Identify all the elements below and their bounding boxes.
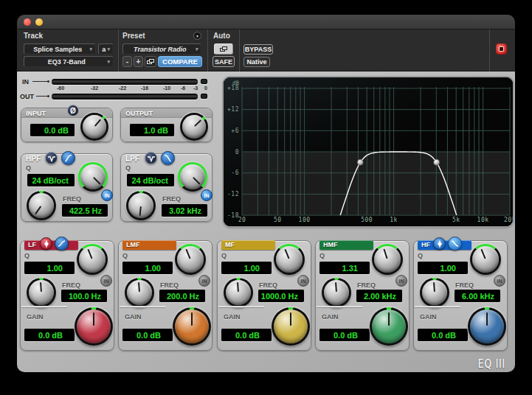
bypass-button[interactable]: BYPASS	[243, 44, 273, 55]
lpf-q-display[interactable]: 24 dB/oct	[127, 174, 174, 186]
mf-q-display[interactable]: 1.00	[221, 262, 272, 274]
hmf-gain-knob[interactable]	[370, 307, 408, 346]
hpf-freq-display[interactable]: 422.5 Hz	[62, 204, 108, 217]
lf-freq-knob[interactable]	[27, 278, 56, 307]
eq-curve-node[interactable]	[434, 159, 440, 165]
lf-gain-display[interactable]: 0.0 dB	[24, 329, 75, 341]
notch-filter-button[interactable]	[145, 152, 157, 164]
gain-divider	[415, 306, 460, 307]
lf-freq-display[interactable]: 100.0 Hz	[61, 290, 107, 302]
gain-divider	[218, 306, 264, 307]
svg-text:100: 100	[299, 217, 311, 223]
svg-text:5k: 5k	[452, 217, 460, 223]
hmf-gain-display[interactable]: 0.0 dB	[319, 329, 370, 341]
lpf-freq-knob[interactable]	[126, 191, 156, 220]
hf-freq-knob[interactable]	[420, 278, 449, 307]
lf-q-knob[interactable]	[77, 244, 108, 275]
hpf-in-button[interactable]: IN	[101, 189, 113, 201]
hpf-freq-knob[interactable]	[27, 191, 56, 220]
lf-q-label: Q	[24, 252, 30, 259]
hpf-q-display[interactable]: 24 dB/oct	[27, 174, 75, 186]
input-gain-display[interactable]: 0.0 dB	[30, 124, 75, 136]
lpf-in-button[interactable]: IN	[201, 189, 213, 201]
lmf-gain-knob[interactable]	[173, 307, 211, 346]
hf-shelf-button[interactable]	[448, 237, 462, 251]
hmf-in-button[interactable]: IN	[395, 275, 407, 287]
lmf-q-display[interactable]: 1.00	[122, 262, 173, 274]
output-clip-led[interactable]	[201, 94, 207, 99]
lmf-freq-knob[interactable]	[125, 278, 154, 307]
lpf-q-label: Q	[125, 164, 131, 172]
input-gain-knob[interactable]	[80, 113, 108, 141]
eq-response-graph[interactable]: +18+12+60-6-12-1820501005001k5k10k20kdB	[224, 77, 513, 226]
phase-invert-button[interactable]: Ø	[67, 105, 79, 116]
previous-preset-button[interactable]: -	[122, 56, 132, 67]
preset-selector[interactable]: Transistor Radio▾	[122, 43, 201, 55]
lf-peak-button[interactable]	[40, 237, 52, 250]
playlist-selector[interactable]: a▾	[98, 43, 114, 55]
lf-q-display[interactable]: 1.00	[24, 262, 75, 274]
output-gain-knob[interactable]	[180, 113, 208, 141]
target-window-button[interactable]	[496, 43, 507, 55]
hf-in-button[interactable]: IN	[494, 275, 505, 287]
lmf-gain-display[interactable]: 0.0 dB	[122, 329, 173, 341]
hf-q-display[interactable]: 1.00	[418, 262, 468, 274]
lpf-label: LPF	[125, 155, 139, 163]
window-titlebar[interactable]	[17, 15, 515, 29]
input-clip-led[interactable]	[201, 79, 207, 84]
hmf-freq-label: FREQ	[357, 282, 376, 289]
low-shelf-icon	[57, 239, 66, 248]
output-level-meter	[52, 94, 198, 99]
header-divider	[489, 29, 490, 71]
meter-scale-tick: -6	[181, 85, 185, 91]
lf-gain-knob[interactable]	[75, 307, 113, 346]
compare-button[interactable]: COMPARE	[158, 56, 202, 67]
minimize-window-button[interactable]	[35, 18, 43, 26]
hmf-q-knob[interactable]	[372, 244, 403, 275]
plugin-format-button[interactable]: Native	[243, 57, 270, 67]
mf-gain-label: GAIN	[224, 313, 241, 321]
mf-freq-label: FREQ	[259, 282, 277, 289]
hf-q-knob[interactable]	[470, 244, 501, 275]
mf-gain-display[interactable]: 0.0 dB	[221, 329, 272, 341]
mf-gain-knob[interactable]	[272, 307, 310, 346]
lf-shelf-button[interactable]	[55, 237, 69, 251]
close-window-button[interactable]	[24, 18, 31, 26]
lowpass-filter-button[interactable]	[161, 151, 175, 165]
target-icon	[499, 46, 504, 52]
hmf-q-display[interactable]: 1.31	[319, 262, 370, 274]
mf-freq-knob[interactable]	[224, 278, 253, 307]
hpf-q-knob[interactable]	[78, 162, 108, 192]
hf-gain-knob[interactable]	[468, 307, 506, 346]
preset-menu-button[interactable]: ▼	[193, 32, 201, 40]
highpass-filter-button[interactable]	[61, 151, 75, 165]
hmf-freq-knob[interactable]	[322, 278, 351, 307]
lpf-q-knob[interactable]	[178, 162, 207, 192]
automation-button[interactable]	[214, 43, 233, 55]
lpf-section: LPF Q 24 dB/oct FREQ 3.02 kHz IN	[120, 153, 213, 222]
plugin-selector[interactable]: EQ3 7-Band▾	[24, 56, 114, 67]
hmf-freq-display[interactable]: 2.00 kHz	[356, 290, 402, 302]
meter-in-line	[32, 81, 49, 82]
lpf-freq-display[interactable]: 3.02 kHz	[162, 204, 207, 217]
auto-safe-button[interactable]: SAFE	[213, 56, 235, 67]
track-selector[interactable]: Splice Samples▾	[24, 43, 96, 55]
auto-section-label: Auto	[213, 32, 230, 40]
mf-q-knob[interactable]	[274, 244, 305, 275]
notch-filter-button[interactable]	[45, 152, 58, 164]
lmf-freq-display[interactable]: 200.0 Hz	[159, 290, 205, 302]
copy-settings-button[interactable]	[145, 56, 156, 67]
band-hf: HF Q 1.00 IN FREQ 6.00 kHz GAIN 0.0 dB	[413, 240, 508, 351]
lf-in-button[interactable]: IN	[100, 275, 112, 287]
mf-in-button[interactable]: IN	[297, 275, 309, 287]
band-hmf-strip: HMF	[319, 240, 373, 250]
next-preset-button[interactable]: +	[134, 56, 143, 67]
mf-freq-display[interactable]: 1000.0 Hz	[258, 290, 304, 302]
hf-gain-display[interactable]: 0.0 dB	[418, 329, 468, 341]
lmf-q-knob[interactable]	[175, 244, 206, 275]
hf-peak-button[interactable]	[433, 237, 446, 250]
output-gain-display[interactable]: 1.0 dB	[130, 124, 174, 136]
lmf-in-button[interactable]: IN	[198, 275, 210, 287]
hf-freq-display[interactable]: 6.00 kHz	[455, 290, 500, 302]
eq-curve-node[interactable]	[357, 159, 363, 165]
